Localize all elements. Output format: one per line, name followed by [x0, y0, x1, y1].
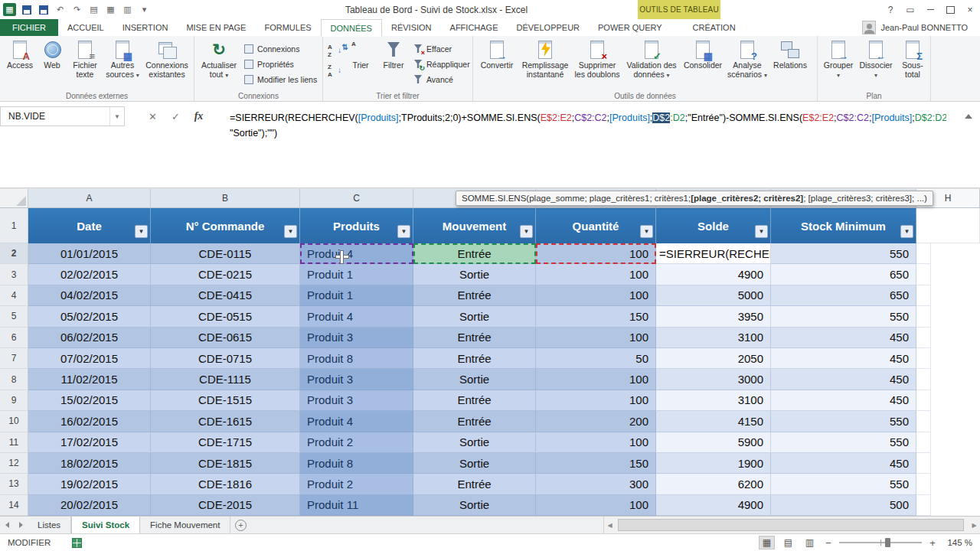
- cell-quantite[interactable]: 50: [536, 348, 656, 369]
- cell-mouvement[interactable]: Entrée: [413, 243, 536, 264]
- scrollbar-track[interactable]: [616, 517, 969, 533]
- ribbon-display-icon[interactable]: ▭: [900, 0, 920, 19]
- cell-commande[interactable]: CDE-0115: [151, 243, 300, 264]
- cell-empty[interactable]: [916, 306, 931, 327]
- cell-produit[interactable]: Produit 8: [300, 348, 413, 369]
- cell-commande[interactable]: CDE-2015: [151, 495, 300, 516]
- filter-button[interactable]: ▼: [284, 225, 297, 238]
- cell-empty[interactable]: [916, 328, 931, 348]
- autres-sources-button[interactable]: ▦ Autres sources ▾: [103, 38, 142, 87]
- cell-stock-minimum[interactable]: 500: [771, 495, 916, 516]
- sheet-nav-prev-icon[interactable]: [0, 517, 14, 533]
- cell-date[interactable]: 18/02/2015: [28, 453, 151, 474]
- new-sheet-button[interactable]: +: [230, 517, 250, 533]
- print-icon[interactable]: ▤: [87, 3, 100, 16]
- cell-mouvement[interactable]: Entrée: [413, 474, 536, 494]
- normal-view-icon[interactable]: ▦: [759, 536, 775, 549]
- cell-produit[interactable]: Produit 4: [300, 411, 413, 432]
- cell-mouvement[interactable]: Sortie: [413, 369, 536, 390]
- row-number[interactable]: 2: [0, 243, 28, 264]
- grouper-button[interactable]: → Grouper ▾: [820, 38, 857, 87]
- page-layout-view-icon[interactable]: ▤: [780, 536, 796, 549]
- dissocier-button[interactable]: ← Dissocier ▾: [857, 38, 895, 87]
- tab-developpeur[interactable]: DÉVELOPPEUR: [508, 19, 590, 36]
- cell-date[interactable]: 07/02/2015: [28, 348, 151, 369]
- zoom-out-icon[interactable]: −: [823, 537, 834, 549]
- cell-commande[interactable]: CDE-0615: [151, 328, 300, 348]
- cell-solde[interactable]: 4900: [656, 495, 771, 516]
- cell-commande[interactable]: CDE-1816: [151, 474, 300, 494]
- undo-icon[interactable]: ↶: [54, 3, 67, 16]
- cell-solde[interactable]: 3100: [656, 390, 771, 411]
- filter-button[interactable]: ▼: [640, 225, 653, 238]
- row-number[interactable]: 1: [0, 208, 28, 243]
- cell-stock-minimum[interactable]: 650: [771, 264, 916, 285]
- chart-icon[interactable]: ▥: [121, 3, 134, 16]
- cell-solde[interactable]: =SIERREUR(RECHER: [656, 243, 771, 264]
- cell-empty[interactable]: [916, 243, 931, 264]
- cell-stock-minimum[interactable]: 550: [771, 243, 916, 264]
- account-area[interactable]: Jean-Paul BONNETTO: [862, 19, 980, 36]
- sheet-tab-fiche-mouvement[interactable]: Fiche Mouvement: [140, 517, 230, 533]
- scroll-right-icon[interactable]: ▶: [969, 522, 980, 529]
- cell-mouvement[interactable]: Entrée: [413, 328, 536, 348]
- cell-solde[interactable]: 5900: [656, 432, 771, 453]
- cell-date[interactable]: 06/02/2015: [28, 328, 151, 348]
- column-header-a[interactable]: A: [28, 189, 151, 207]
- cell-quantite[interactable]: 200: [536, 411, 656, 432]
- tab-accueil[interactable]: ACCUEIL: [58, 19, 113, 36]
- cell-commande[interactable]: CDE-1615: [151, 411, 300, 432]
- cell-date[interactable]: 19/02/2015: [28, 474, 151, 494]
- filter-button[interactable]: ▼: [135, 225, 148, 238]
- cell-produit[interactable]: Produit 2: [300, 432, 413, 453]
- consolider-button[interactable]: ▦ Consolider: [681, 38, 725, 87]
- zoom-slider[interactable]: [839, 536, 922, 549]
- zoom-level[interactable]: 145 %: [943, 538, 972, 547]
- cell-mouvement[interactable]: Entrée: [413, 348, 536, 369]
- cell-produit[interactable]: Produit 8: [300, 453, 413, 474]
- zoom-in-icon[interactable]: +: [927, 537, 938, 549]
- cell-solde[interactable]: 2050: [656, 348, 771, 369]
- row-number[interactable]: 3: [0, 264, 28, 285]
- cell-solde[interactable]: 4900: [656, 264, 771, 285]
- cell-empty[interactable]: [916, 432, 931, 453]
- cell-commande[interactable]: CDE-1815: [151, 453, 300, 474]
- cell-date[interactable]: 17/02/2015: [28, 432, 151, 453]
- cell-empty[interactable]: [916, 495, 931, 516]
- supprimer-les-doublons-button[interactable]: × Supprimer les doublons: [572, 38, 622, 87]
- cell-date[interactable]: 11/02/2015: [28, 369, 151, 390]
- filter-button[interactable]: ▼: [900, 225, 913, 238]
- cell-commande[interactable]: CDE-1715: [151, 432, 300, 453]
- web-button[interactable]: Web: [38, 38, 67, 87]
- collapse-formula-bar-icon[interactable]: [965, 114, 972, 119]
- cell-produit[interactable]: Produit 1: [300, 264, 413, 285]
- cell-commande[interactable]: CDE-1115: [151, 369, 300, 390]
- scroll-left-icon[interactable]: ◀: [604, 522, 616, 529]
- cell-solde[interactable]: 6200: [656, 474, 771, 494]
- cell-quantite[interactable]: 100: [536, 390, 656, 411]
- filtrer-button[interactable]: Filtrer: [377, 38, 410, 87]
- cell-empty[interactable]: [916, 208, 980, 243]
- formula-text-line2[interactable]: "Sortie");""): [230, 128, 946, 139]
- cell-stock-minimum[interactable]: 450: [771, 328, 916, 348]
- cell-produit[interactable]: Produit 4: [300, 306, 413, 327]
- row-number[interactable]: 5: [0, 306, 28, 327]
- cell-quantite[interactable]: 150: [536, 453, 656, 474]
- filter-button[interactable]: ▼: [755, 225, 768, 238]
- macro-record-icon[interactable]: [72, 538, 82, 548]
- cell-mouvement[interactable]: Entrée: [413, 390, 536, 411]
- sheet-nav-next-icon[interactable]: [14, 517, 28, 533]
- name-box[interactable]: NB.VIDE ▼: [0, 106, 125, 126]
- modifier-les-liens-button[interactable]: Modifier les liens: [241, 73, 319, 86]
- tab-formules[interactable]: FORMULES: [255, 19, 320, 36]
- cell-solde[interactable]: 3000: [656, 369, 771, 390]
- qat-customize-icon[interactable]: ▾: [138, 3, 151, 16]
- row-number[interactable]: 9: [0, 390, 28, 411]
- cell-stock-minimum[interactable]: 450: [771, 453, 916, 474]
- cell-mouvement[interactable]: Sortie: [413, 453, 536, 474]
- cell-empty[interactable]: [916, 369, 931, 390]
- fichier-texte-button[interactable]: ≡ Fichier texte: [67, 38, 103, 87]
- sort-ascending-button[interactable]: AZ↓: [325, 42, 344, 60]
- cell-stock-minimum[interactable]: 550: [771, 474, 916, 494]
- cell-solde[interactable]: 5000: [656, 285, 771, 306]
